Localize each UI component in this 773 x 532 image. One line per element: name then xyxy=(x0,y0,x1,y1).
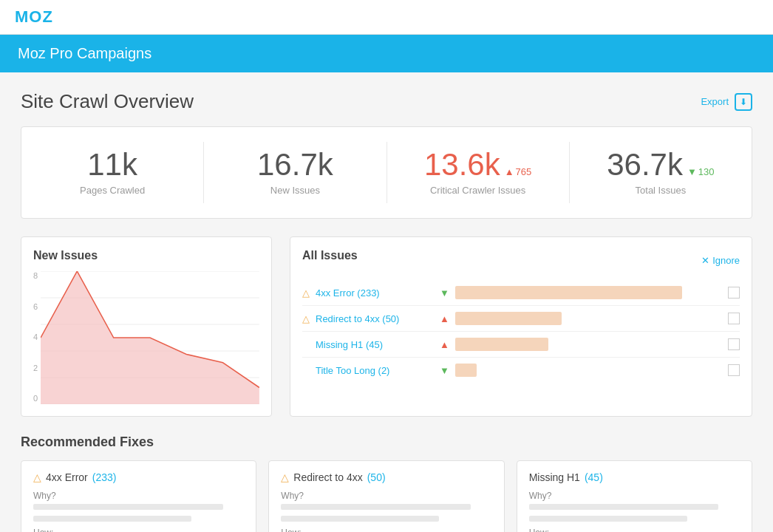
fix-warning-icon-4xx: △ xyxy=(33,471,41,483)
issue-bar-bg-4xx xyxy=(455,286,722,299)
issue-label-4xx[interactable]: 4xx Error (233) xyxy=(316,287,434,299)
fix-warning-icon-redirect: △ xyxy=(281,471,289,483)
fix-card-redirect-title: △ Redirect to 4xx (50) xyxy=(281,471,491,483)
chart-svg xyxy=(41,271,259,404)
issue-bar-h1 xyxy=(455,338,548,351)
export-area: Export ⬇ xyxy=(701,93,752,111)
fix-how-label-4xx: How: xyxy=(33,528,244,532)
new-issues-title: New Issues xyxy=(33,249,259,262)
issue-trend-redirect: ▲ xyxy=(440,313,449,324)
issue-row-h1: △ Missing H1 (45) ▲ xyxy=(302,332,740,358)
new-issues-chart-section: New Issues 8 6 4 2 0 xyxy=(21,236,272,417)
campaign-title: Moz Pro Campaigns xyxy=(18,45,151,61)
fix-why-label-redirect: Why? xyxy=(281,491,491,501)
fix-card-h1-title: Missing H1 (45) xyxy=(529,471,740,483)
stat-total-row: 36.7k ▼ 130 xyxy=(585,149,737,180)
stat-new-issues: 16.7k New Issues xyxy=(204,142,386,203)
stat-critical-row: 13.6k ▲ 765 xyxy=(402,149,554,180)
recommended-fixes-section: Recommended Fixes △ 4xx Error (233) Why?… xyxy=(21,434,752,532)
export-icon[interactable]: ⬇ xyxy=(735,93,752,111)
all-issues-section: All Issues ✕ Ignore △ 4xx Error (233) ▼ … xyxy=(290,236,752,417)
fix-why-line-1-h1 xyxy=(529,504,719,510)
issue-trend-4xx: ▼ xyxy=(440,287,449,299)
fix-why-line-2-h1 xyxy=(529,516,687,522)
stat-critical-label: Critical Crawler Issues xyxy=(402,185,554,196)
issue-checkbox-redirect[interactable] xyxy=(728,313,740,324)
stat-new-issues-value: 16.7k xyxy=(219,149,371,180)
campaign-header: Moz Pro Campaigns xyxy=(0,35,773,72)
issue-bar-redirect xyxy=(455,312,562,325)
fix-why-label-4xx: Why? xyxy=(33,491,244,501)
stat-critical-value: 13.6k xyxy=(424,149,500,180)
stat-total-value: 36.7k xyxy=(607,149,683,180)
page-title: Site Crawl Overview xyxy=(21,90,194,113)
stat-critical: 13.6k ▲ 765 Critical Crawler Issues xyxy=(387,142,570,203)
issue-bar-bg-title xyxy=(455,364,722,377)
fix-why-label-h1: Why? xyxy=(529,491,740,501)
fixes-grid: △ 4xx Error (233) Why? How: △ Redirect t… xyxy=(21,460,752,532)
issues-header: All Issues ✕ Ignore xyxy=(302,249,740,271)
ignore-x-icon: ✕ xyxy=(701,255,709,266)
stat-total-label: Total Issues xyxy=(585,185,737,196)
ignore-link[interactable]: ✕ Ignore xyxy=(701,255,740,266)
export-link[interactable]: Export xyxy=(701,96,729,107)
issue-trend-h1: ▲ xyxy=(440,339,449,350)
issue-bar-title xyxy=(455,364,477,377)
fix-how-label-h1: How: xyxy=(529,528,740,532)
issue-row-4xx-error: △ 4xx Error (233) ▼ xyxy=(302,280,740,306)
stat-pages-crawled: 11k Pages Crawled xyxy=(21,142,204,203)
fix-why-line-1-4xx xyxy=(33,504,223,510)
page-title-row: Site Crawl Overview Export ⬇ xyxy=(21,90,752,113)
warning-icon-4xx: △ xyxy=(302,287,310,299)
issue-label-title[interactable]: Title Too Long (2) xyxy=(316,365,434,376)
fix-card-h1: Missing H1 (45) Why? How: xyxy=(517,460,752,532)
fixes-title: Recommended Fixes xyxy=(21,434,752,450)
top-nav: MOZ xyxy=(0,0,773,35)
stat-pages-crawled-value: 11k xyxy=(36,149,188,180)
fix-why-line-2-redirect xyxy=(281,516,439,522)
stats-card: 11k Pages Crawled 16.7k New Issues 13.6k… xyxy=(21,126,752,219)
issue-row-title-too-long: △ Title Too Long (2) ▼ xyxy=(302,358,740,383)
fix-why-line-1-redirect xyxy=(281,504,471,510)
issue-bar-bg-redirect xyxy=(455,312,722,325)
issue-checkbox-h1[interactable] xyxy=(728,338,740,350)
warning-icon-redirect: △ xyxy=(302,313,310,324)
issue-checkbox-4xx[interactable] xyxy=(728,287,740,299)
all-issues-title: All Issues xyxy=(302,249,358,262)
issue-checkbox-title[interactable] xyxy=(728,364,740,376)
main-content: Site Crawl Overview Export ⬇ 11k Pages C… xyxy=(0,72,773,532)
fix-how-label-redirect: How: xyxy=(281,528,491,532)
chart-wrapper: 8 6 4 2 0 xyxy=(33,271,259,404)
fix-why-line-2-4xx xyxy=(33,516,191,522)
moz-logo: MOZ xyxy=(15,7,53,26)
stat-critical-delta: ▲ 765 xyxy=(505,166,532,177)
issue-label-h1[interactable]: Missing H1 (45) xyxy=(316,339,434,350)
fix-card-4xx-title: △ 4xx Error (233) xyxy=(33,471,244,483)
stat-pages-crawled-label: Pages Crawled xyxy=(36,185,188,196)
two-col-section: New Issues 8 6 4 2 0 xyxy=(21,236,752,417)
fix-card-4xx: △ 4xx Error (233) Why? How: xyxy=(21,460,256,532)
issue-label-redirect[interactable]: Redirect to 4xx (50) xyxy=(316,313,434,324)
stat-total-issues: 36.7k ▼ 130 Total Issues xyxy=(570,142,752,203)
issue-trend-title: ▼ xyxy=(440,365,449,376)
fix-card-redirect: △ Redirect to 4xx (50) Why? How: xyxy=(268,460,504,532)
stat-total-delta: ▼ 130 xyxy=(687,166,715,177)
y-axis: 8 6 4 2 0 xyxy=(33,271,38,404)
stat-new-issues-label: New Issues xyxy=(219,185,371,196)
chart-area xyxy=(41,271,259,404)
issue-bar-bg-h1 xyxy=(455,338,722,351)
issue-row-redirect: △ Redirect to 4xx (50) ▲ xyxy=(302,306,740,332)
issue-bar-4xx xyxy=(455,286,682,299)
